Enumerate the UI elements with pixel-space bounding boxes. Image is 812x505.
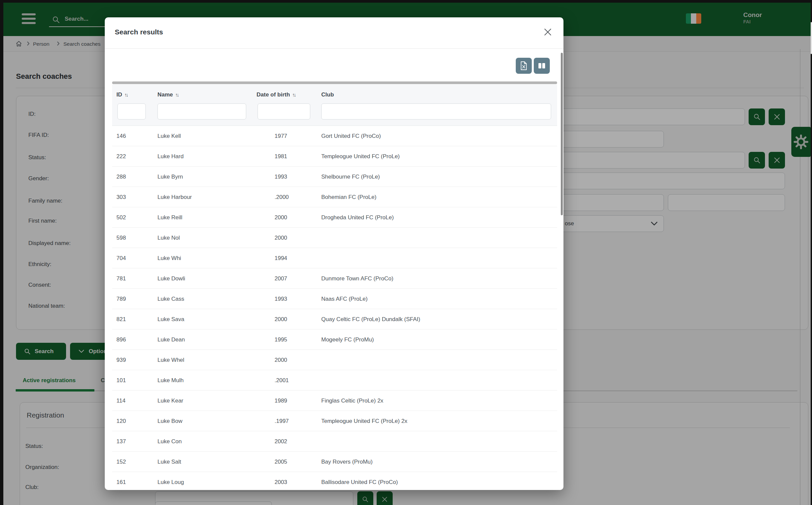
- cell-name: Luke Dean: [158, 329, 268, 350]
- filter-name-input[interactable]: [158, 104, 246, 120]
- cell-club: Drogheda United FC (ProLe): [321, 207, 555, 228]
- cell-club: Gort United FC (ProCo): [321, 126, 555, 146]
- table-row[interactable]: 288 Luke Byrn 1993 Shelbourne FC (ProLe): [112, 167, 557, 187]
- cell-club: Bay Rovers (ProMu): [321, 452, 555, 472]
- cell-id: 502: [116, 207, 156, 228]
- cell-name: Luke Nol: [158, 228, 268, 248]
- cell-club: Bohemian FC (ProLe): [321, 187, 555, 207]
- filter-id-input[interactable]: [117, 104, 146, 120]
- table-row[interactable]: 598 Luke Nol 2000: [112, 228, 557, 248]
- cell-dob: 1981: [275, 146, 325, 167]
- cell-dob: 2000: [275, 350, 325, 370]
- table-row[interactable]: 789 Luke Cass 1993 Naas AFC (ProLe): [112, 289, 557, 309]
- cell-club: [321, 370, 555, 390]
- table-row[interactable]: 896 Luke Dean 1995 Mogeely FC (ProMu): [112, 329, 557, 350]
- page-scrollbar-thumb[interactable]: [811, 22, 812, 54]
- cell-name: Luke Harbour: [158, 187, 268, 207]
- table-row[interactable]: 152 Luke Salt 2005 Bay Rovers (ProMu): [112, 452, 557, 472]
- sort-icon[interactable]: ↑↓: [292, 92, 295, 98]
- columns-icon: [538, 62, 546, 69]
- cell-club: Dunmore Town AFC (ProCo): [321, 268, 555, 289]
- cell-id: 120: [116, 411, 156, 431]
- cell-name: Luke Salt: [158, 452, 268, 472]
- cell-dob: 2005: [275, 452, 325, 472]
- cell-club: Mogeely FC (ProMu): [321, 329, 555, 350]
- cell-id: 288: [116, 167, 156, 187]
- table-row[interactable]: 303 Luke Harbour .2000 Bohemian FC (ProL…: [112, 187, 557, 207]
- cell-dob: 1993: [275, 289, 325, 309]
- cell-dob: 2002: [275, 431, 325, 452]
- table-row[interactable]: 939 Luke Whel 2000: [112, 350, 557, 370]
- cell-name: Luke Sava: [158, 309, 268, 329]
- cell-name: Luke Mulh: [158, 370, 268, 390]
- sort-icon[interactable]: ↑↓: [124, 92, 127, 98]
- cell-name: Luke Whel: [158, 350, 268, 370]
- cell-name: Luke Loug: [158, 472, 268, 490]
- cell-id: 222: [116, 146, 156, 167]
- cell-dob: 2000: [275, 207, 325, 228]
- cell-club: Templeogue United FC (ProLe) 2x: [321, 411, 555, 431]
- cell-id: 146: [116, 126, 156, 146]
- cell-club: Finglas Celtic (ProLe) 2x: [321, 390, 555, 411]
- cell-dob: .2000: [275, 187, 325, 207]
- table-row[interactable]: 120 Luke Bow .1997 Templeogue United FC …: [112, 411, 557, 431]
- column-header-dob[interactable]: Date of birth↑↓: [257, 92, 295, 98]
- cell-name: Luke Dowli: [158, 268, 268, 289]
- filter-dob-input[interactable]: [258, 104, 310, 120]
- close-icon: [544, 28, 552, 36]
- cell-name: Luke Hard: [158, 146, 268, 167]
- table-row[interactable]: 101 Luke Mulh .2001: [112, 370, 557, 390]
- cell-dob: .2001: [275, 370, 325, 390]
- cell-id: 789: [116, 289, 156, 309]
- cell-club: Ballisodare United FC (ProCo): [321, 472, 555, 490]
- table-row[interactable]: 704 Luke Whi 1994: [112, 248, 557, 268]
- cell-dob: 2000: [275, 309, 325, 329]
- table-horizontal-scrollbar[interactable]: [112, 81, 557, 84]
- cell-name: Luke Kear: [158, 390, 268, 411]
- modal-header-divider: [105, 48, 563, 49]
- cell-dob: 2000: [275, 228, 325, 248]
- column-header-id[interactable]: ID↑↓: [116, 92, 127, 98]
- cell-id: 896: [116, 329, 156, 350]
- cell-name: Luke Con: [158, 431, 268, 452]
- cell-id: 704: [116, 248, 156, 268]
- table-row[interactable]: 502 Luke Reill 2000 Drogheda United FC (…: [112, 207, 557, 228]
- export-excel-button[interactable]: [516, 58, 532, 74]
- cell-name: Luke Reill: [158, 207, 268, 228]
- cell-id: 152: [116, 452, 156, 472]
- cell-club: Naas AFC (ProLe): [321, 289, 555, 309]
- modal-title: Search results: [115, 28, 163, 36]
- sort-icon[interactable]: ↑↓: [175, 92, 178, 98]
- window-frame-right: [811, 3, 812, 505]
- table-row[interactable]: 821 Luke Sava 2000 Quay Celtic FC (ProLe…: [112, 309, 557, 329]
- cell-dob: 1989: [275, 390, 325, 411]
- search-results-modal: Search results ID↑↓ Name↑↓ Date of birth…: [105, 17, 563, 490]
- file-export-icon: [520, 61, 527, 70]
- cell-dob: 1995: [275, 329, 325, 350]
- column-settings-button[interactable]: [534, 58, 550, 74]
- cell-dob: .1997: [275, 411, 325, 431]
- cell-id: 114: [116, 390, 156, 411]
- cell-dob: 1993: [275, 167, 325, 187]
- cell-id: 303: [116, 187, 156, 207]
- cell-id: 161: [116, 472, 156, 490]
- table-row[interactable]: 781 Luke Dowli 2007 Dunmore Town AFC (Pr…: [112, 268, 557, 289]
- modal-close-button[interactable]: [542, 26, 554, 38]
- table-row[interactable]: 146 Luke Kell 1977 Gort United FC (ProCo…: [112, 126, 557, 146]
- table-row[interactable]: 161 Luke Loug 2003 Ballisodare United FC…: [112, 472, 557, 490]
- filter-club-input[interactable]: [321, 104, 551, 120]
- cell-id: 781: [116, 268, 156, 289]
- table-row[interactable]: 222 Luke Hard 1981 Templeogue United FC …: [112, 146, 557, 167]
- table-row[interactable]: 114 Luke Kear 1989 Finglas Celtic (ProLe…: [112, 390, 557, 411]
- modal-scrollbar-thumb[interactable]: [561, 53, 563, 215]
- cell-dob: 2007: [275, 268, 325, 289]
- cell-club: [321, 228, 555, 248]
- cell-id: 598: [116, 228, 156, 248]
- column-header-club: Club: [321, 92, 334, 98]
- cell-dob: 2003: [275, 472, 325, 490]
- cell-id: 939: [116, 350, 156, 370]
- table-row[interactable]: 137 Luke Con 2002: [112, 431, 557, 452]
- cell-name: Luke Kell: [158, 126, 268, 146]
- column-header-name[interactable]: Name↑↓: [158, 92, 178, 98]
- cell-club: [321, 350, 555, 370]
